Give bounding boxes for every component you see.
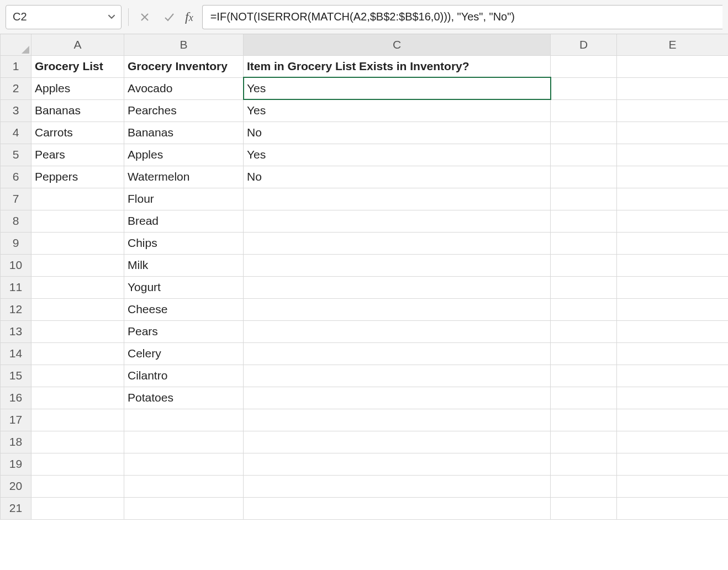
cell-B16[interactable]: Potatoes: [124, 387, 244, 409]
cell-B3[interactable]: Pearches: [124, 99, 244, 122]
cell-B19[interactable]: [124, 453, 244, 475]
row-header[interactable]: 6: [1, 166, 31, 188]
cell-D21[interactable]: [551, 497, 617, 519]
cell-A3[interactable]: Bananas: [31, 99, 124, 122]
cell-A14[interactable]: [31, 342, 124, 365]
cell-E3[interactable]: [617, 99, 729, 122]
cell-D1[interactable]: [551, 55, 617, 77]
cell-E11[interactable]: [617, 276, 729, 298]
cell-A8[interactable]: [31, 210, 124, 232]
cell-C9[interactable]: [244, 232, 551, 254]
row-header[interactable]: 8: [1, 210, 31, 232]
cell-D11[interactable]: [551, 276, 617, 298]
cell-D20[interactable]: [551, 475, 617, 497]
cell-C18[interactable]: [244, 431, 551, 453]
cell-C16[interactable]: [244, 387, 551, 409]
cell-C21[interactable]: [244, 497, 551, 519]
cell-A12[interactable]: [31, 298, 124, 320]
column-header-d[interactable]: D: [551, 34, 617, 55]
cell-A2[interactable]: Apples: [31, 77, 124, 99]
cell-C10[interactable]: [244, 254, 551, 276]
cell-A1[interactable]: Grocery List: [31, 55, 124, 77]
cell-B21[interactable]: [124, 497, 244, 519]
row-header[interactable]: 21: [1, 497, 31, 519]
cell-D16[interactable]: [551, 387, 617, 409]
column-header-c[interactable]: C: [244, 34, 551, 55]
cell-B5[interactable]: Apples: [124, 144, 244, 166]
cell-B14[interactable]: Celery: [124, 342, 244, 365]
cell-E17[interactable]: [617, 409, 729, 431]
column-header-b[interactable]: B: [124, 34, 244, 55]
cell-E10[interactable]: [617, 254, 729, 276]
cell-B12[interactable]: Cheese: [124, 298, 244, 320]
row-header[interactable]: 3: [1, 99, 31, 122]
row-header[interactable]: 13: [1, 320, 31, 342]
row-header[interactable]: 1: [1, 55, 31, 77]
cell-A17[interactable]: [31, 409, 124, 431]
cell-D7[interactable]: [551, 188, 617, 210]
row-header[interactable]: 9: [1, 232, 31, 254]
cell-B7[interactable]: Flour: [124, 188, 244, 210]
row-header[interactable]: 16: [1, 387, 31, 409]
cell-B11[interactable]: Yogurt: [124, 276, 244, 298]
cell-E13[interactable]: [617, 320, 729, 342]
cell-A13[interactable]: [31, 320, 124, 342]
spreadsheet-grid[interactable]: A B C D E 1Grocery ListGrocery Inventory…: [0, 34, 728, 570]
cell-C11[interactable]: [244, 276, 551, 298]
name-box[interactable]: C2: [6, 5, 122, 29]
cell-D9[interactable]: [551, 232, 617, 254]
cell-E9[interactable]: [617, 232, 729, 254]
cell-B9[interactable]: Chips: [124, 232, 244, 254]
cell-C4[interactable]: No: [244, 122, 551, 144]
cell-D12[interactable]: [551, 298, 617, 320]
cell-D3[interactable]: [551, 99, 617, 122]
cell-D13[interactable]: [551, 320, 617, 342]
cell-A18[interactable]: [31, 431, 124, 453]
cell-D14[interactable]: [551, 342, 617, 365]
cell-B1[interactable]: Grocery Inventory: [124, 55, 244, 77]
cell-C8[interactable]: [244, 210, 551, 232]
row-header[interactable]: 12: [1, 298, 31, 320]
cell-B15[interactable]: Cilantro: [124, 365, 244, 387]
row-header[interactable]: 20: [1, 475, 31, 497]
cell-E2[interactable]: [617, 77, 729, 99]
cell-E14[interactable]: [617, 342, 729, 365]
row-header[interactable]: 18: [1, 431, 31, 453]
cell-A21[interactable]: [31, 497, 124, 519]
cell-D8[interactable]: [551, 210, 617, 232]
cell-E6[interactable]: [617, 166, 729, 188]
cell-E16[interactable]: [617, 387, 729, 409]
cell-B18[interactable]: [124, 431, 244, 453]
cell-E5[interactable]: [617, 144, 729, 166]
cell-D18[interactable]: [551, 431, 617, 453]
cell-C3[interactable]: Yes: [244, 99, 551, 122]
cell-A10[interactable]: [31, 254, 124, 276]
cell-B6[interactable]: Watermelon: [124, 166, 244, 188]
cell-B10[interactable]: Milk: [124, 254, 244, 276]
cell-C5[interactable]: Yes: [244, 144, 551, 166]
cell-A6[interactable]: Peppers: [31, 166, 124, 188]
cell-E1[interactable]: [617, 55, 729, 77]
cell-B2[interactable]: Avocado: [124, 77, 244, 99]
row-header[interactable]: 5: [1, 144, 31, 166]
row-header[interactable]: 2: [1, 77, 31, 99]
cell-A4[interactable]: Carrots: [31, 122, 124, 144]
row-header[interactable]: 11: [1, 276, 31, 298]
cell-C13[interactable]: [244, 320, 551, 342]
cell-B17[interactable]: [124, 409, 244, 431]
cell-C19[interactable]: [244, 453, 551, 475]
cell-A19[interactable]: [31, 453, 124, 475]
cell-A7[interactable]: [31, 188, 124, 210]
cell-B20[interactable]: [124, 475, 244, 497]
cell-C6[interactable]: No: [244, 166, 551, 188]
formula-input[interactable]: =IF(NOT(ISERROR(MATCH(A2,$B$2:$B$16,0)))…: [202, 5, 722, 29]
cell-C14[interactable]: [244, 342, 551, 365]
cancel-icon[interactable]: [135, 8, 154, 27]
row-header[interactable]: 19: [1, 453, 31, 475]
cell-D6[interactable]: [551, 166, 617, 188]
row-header[interactable]: 10: [1, 254, 31, 276]
cell-A20[interactable]: [31, 475, 124, 497]
cell-A9[interactable]: [31, 232, 124, 254]
cell-D15[interactable]: [551, 365, 617, 387]
row-header[interactable]: 15: [1, 365, 31, 387]
